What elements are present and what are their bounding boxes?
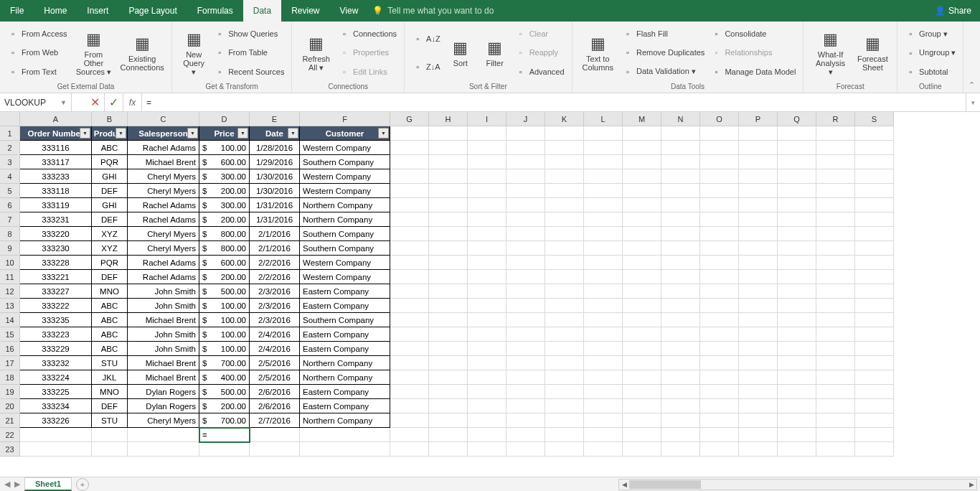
cell-M16[interactable] [623, 342, 661, 356]
cell-F11[interactable]: Western Company [300, 270, 390, 284]
cell-Q10[interactable] [778, 256, 816, 270]
cell-M17[interactable] [623, 356, 661, 370]
select-all-corner[interactable] [0, 112, 20, 126]
cell-R17[interactable] [816, 356, 855, 370]
cell-H4[interactable] [429, 169, 468, 184]
connections[interactable]: ▫Connections [336, 28, 400, 39]
cell-P1[interactable] [739, 126, 778, 141]
cell-K14[interactable] [545, 313, 584, 327]
expand-formula-bar[interactable]: ▾ [966, 93, 980, 111]
from-text[interactable]: ▫From Text [4, 66, 70, 78]
sort[interactable]: ▦Sort [443, 24, 478, 81]
cell-O12[interactable] [700, 284, 739, 299]
cell-C7[interactable]: Rachel Adams [128, 212, 199, 227]
spreadsheet-grid[interactable]: ABCDEFGHIJKLMNOPQRS 1Order Number▼Produc… [0, 112, 980, 477]
row-header-18[interactable]: 18 [0, 370, 20, 385]
cell-S4[interactable] [855, 169, 894, 184]
cell-K15[interactable] [545, 327, 584, 342]
cell-R16[interactable] [816, 342, 855, 356]
cell-I4[interactable] [468, 169, 507, 184]
cell-S12[interactable] [855, 284, 894, 299]
filter-dropdown-E[interactable]: ▼ [288, 128, 298, 139]
cell-S6[interactable] [855, 198, 894, 212]
cell-Q20[interactable] [778, 399, 816, 413]
cell-E11[interactable]: 2/2/2016 [250, 270, 300, 284]
row-header-7[interactable]: 7 [0, 212, 20, 227]
cell-H20[interactable] [429, 399, 468, 413]
cell-C1[interactable]: Salesperson▼ [128, 126, 199, 141]
col-header-O[interactable]: O [700, 112, 739, 126]
cell-S23[interactable] [855, 442, 894, 457]
cell-A7[interactable]: 333231 [20, 212, 92, 227]
cell-K23[interactable] [545, 442, 584, 457]
tab-data[interactable]: Data [243, 0, 281, 22]
cell-A3[interactable]: 333117 [20, 155, 92, 169]
cell-J23[interactable] [507, 442, 545, 457]
cell-S22[interactable] [855, 428, 894, 442]
cell-K12[interactable] [545, 284, 584, 299]
cell-Q11[interactable] [778, 270, 816, 284]
cell-K16[interactable] [545, 342, 584, 356]
name-box[interactable]: VLOOKUP ▼ [0, 93, 72, 111]
cell-K22[interactable] [545, 428, 584, 442]
cell-M12[interactable] [623, 284, 661, 299]
cell-S21[interactable] [855, 413, 894, 428]
cell-M2[interactable] [623, 141, 661, 155]
cell-R21[interactable] [816, 413, 855, 428]
cell-S18[interactable] [855, 370, 894, 385]
cell-H11[interactable] [429, 270, 468, 284]
cell-R3[interactable] [816, 155, 855, 169]
cell-M7[interactable] [623, 212, 661, 227]
cell-D21[interactable]: $700.00 [199, 413, 250, 428]
row-header-13[interactable]: 13 [0, 299, 20, 313]
cell-A12[interactable]: 333227 [20, 284, 92, 299]
cell-I21[interactable] [468, 413, 507, 428]
cell-D5[interactable]: $200.00 [199, 184, 250, 198]
cell-L14[interactable] [584, 313, 623, 327]
cell-E18[interactable]: 2/5/2016 [250, 370, 300, 385]
col-header-Q[interactable]: Q [778, 112, 816, 126]
cell-O16[interactable] [700, 342, 739, 356]
cell-M14[interactable] [623, 313, 661, 327]
cell-A10[interactable]: 333228 [20, 256, 92, 270]
subtotal[interactable]: ▫Subtotal [902, 66, 958, 78]
cell-I3[interactable] [468, 155, 507, 169]
tab-review[interactable]: Review [281, 0, 329, 22]
row-header-4[interactable]: 4 [0, 169, 20, 184]
cell-G16[interactable] [390, 342, 429, 356]
cell-F6[interactable]: Northern Company [300, 198, 390, 212]
cell-H13[interactable] [429, 299, 468, 313]
sheet-nav-prev[interactable]: ◀ [4, 480, 10, 489]
cell-H19[interactable] [429, 385, 468, 399]
cell-H18[interactable] [429, 370, 468, 385]
cell-J8[interactable] [507, 227, 545, 241]
cell-O4[interactable] [700, 169, 739, 184]
cell-O3[interactable] [700, 155, 739, 169]
cell-A19[interactable]: 333225 [20, 385, 92, 399]
cell-G21[interactable] [390, 413, 429, 428]
cell-P19[interactable] [739, 385, 778, 399]
cell-C23[interactable] [128, 442, 199, 457]
cell-D22[interactable]: = [199, 428, 250, 442]
cell-S7[interactable] [855, 212, 894, 227]
cell-J11[interactable] [507, 270, 545, 284]
cell-L21[interactable] [584, 413, 623, 428]
tab-page-layout[interactable]: Page Layout [118, 0, 187, 22]
cell-R6[interactable] [816, 198, 855, 212]
cell-N6[interactable] [661, 198, 700, 212]
cell-M13[interactable] [623, 299, 661, 313]
cell-B13[interactable]: ABC [92, 299, 128, 313]
cell-F17[interactable]: Northern Company [300, 356, 390, 370]
cell-F16[interactable]: Eastern Company [300, 342, 390, 356]
cell-D6[interactable]: $300.00 [199, 198, 250, 212]
cell-G5[interactable] [390, 184, 429, 198]
tell-me[interactable]: 💡 Tell me what you want to do [372, 6, 494, 16]
text-to-columns[interactable]: ▦Text toColumns [577, 24, 619, 81]
cell-F10[interactable]: Western Company [300, 256, 390, 270]
cell-F5[interactable]: Western Company [300, 184, 390, 198]
cell-S2[interactable] [855, 141, 894, 155]
cell-B22[interactable] [92, 428, 128, 442]
cell-I23[interactable] [468, 442, 507, 457]
ungroup[interactable]: ▫Ungroup ▾ [902, 47, 958, 59]
cell-P9[interactable] [739, 241, 778, 256]
